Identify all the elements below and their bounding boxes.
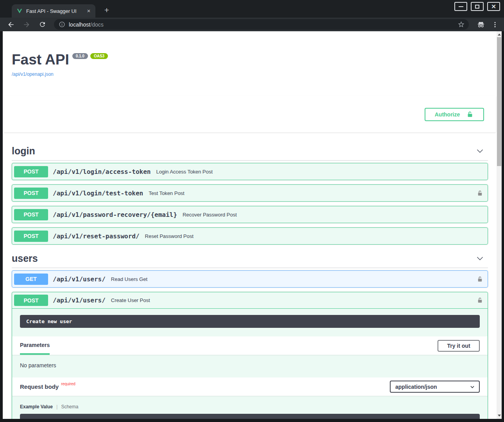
example-tabs: Example Value | Schema bbox=[20, 404, 480, 409]
endpoint-read-users: GET /api/v1/users/ Read Users Get bbox=[12, 270, 488, 288]
endpoint-summary-row[interactable]: POST /api/v1/reset-password/ Reset Passw… bbox=[12, 228, 488, 244]
unlocked-padlock-icon bbox=[476, 297, 484, 304]
authorize-button[interactable]: Authorize bbox=[425, 108, 484, 121]
parameters-tab[interactable]: Parameters bbox=[20, 336, 50, 355]
operation-body: Create new user Parameters Try it out No… bbox=[12, 315, 488, 419]
section-header-login[interactable]: login bbox=[12, 142, 488, 161]
unlocked-padlock-icon bbox=[466, 111, 474, 118]
page-title: Fast API bbox=[12, 52, 69, 68]
endpoint-reset-password: POST /api/v1/reset-password/ Reset Passw… bbox=[12, 227, 488, 245]
unlocked-padlock-icon bbox=[476, 190, 484, 197]
chevron-down-icon[interactable] bbox=[476, 147, 484, 155]
auth-lock-button[interactable] bbox=[476, 297, 484, 304]
url-text: localhost/docs bbox=[69, 21, 454, 28]
scroll-down-arrow[interactable] bbox=[497, 413, 502, 418]
minimize-icon bbox=[459, 6, 463, 7]
maximize-icon bbox=[475, 5, 479, 9]
oas3-badge: OAS3 bbox=[90, 53, 108, 59]
endpoint-summary-row[interactable]: POST /api/v1/users/ Create User Post bbox=[12, 292, 488, 309]
auth-lock-button[interactable] bbox=[476, 275, 484, 283]
try-it-out-button[interactable]: Try it out bbox=[438, 340, 480, 352]
page-viewport: Fast API0.1.0OAS3 /api/v1/openapi.json A… bbox=[3, 31, 502, 419]
back-arrow-icon bbox=[7, 21, 15, 29]
endpoint-summary-row[interactable]: POST /api/v1/login/access-token Login Ac… bbox=[12, 163, 488, 180]
endpoint-summary-row[interactable]: GET /api/v1/users/ Read Users Get bbox=[12, 271, 488, 287]
required-flag: required bbox=[61, 382, 75, 386]
page-scrollbar[interactable] bbox=[497, 31, 502, 419]
request-body-header: Request body required application/json bbox=[12, 377, 488, 396]
endpoint-summary-row[interactable]: POST /api/v1/password-recovery/{email} R… bbox=[12, 206, 488, 223]
maximize-button[interactable] bbox=[471, 2, 484, 11]
endpoint-description: Recover Password Post bbox=[183, 212, 237, 218]
section-title: login bbox=[12, 145, 35, 157]
select-chevron-icon bbox=[470, 384, 475, 390]
schema-tab[interactable]: Schema bbox=[61, 404, 78, 409]
request-body-label-group: Request body required bbox=[20, 383, 75, 390]
new-tab-button[interactable]: + bbox=[102, 5, 112, 15]
back-button[interactable] bbox=[6, 20, 16, 29]
url-path: /docs bbox=[90, 21, 103, 28]
endpoint-description: Test Token Post bbox=[149, 190, 185, 196]
section-login: login POST /api/v1/login/access-token Lo… bbox=[12, 142, 488, 245]
scroll-up-arrow[interactable] bbox=[497, 32, 502, 37]
close-button[interactable]: ✕ bbox=[487, 2, 500, 11]
endpoint-path: /api/v1/reset-password/ bbox=[53, 232, 140, 240]
section-title: users bbox=[12, 253, 38, 264]
example-code-block: { bbox=[20, 414, 480, 419]
swagger-page: Fast API0.1.0OAS3 /api/v1/openapi.json A… bbox=[3, 31, 497, 419]
endpoint-path: /api/v1/login/test-token bbox=[53, 190, 143, 197]
method-badge: POST bbox=[14, 209, 48, 220]
chevron-down-icon[interactable] bbox=[476, 254, 484, 263]
tab-title: Fast API - Swagger UI bbox=[26, 8, 82, 14]
endpoint-path: /api/v1/login/access-token bbox=[53, 168, 151, 175]
endpoint-summary-row[interactable]: POST /api/v1/login/test-token Test Token… bbox=[12, 185, 488, 201]
window-controls: ✕ bbox=[454, 2, 500, 11]
authorize-label: Authorize bbox=[435, 111, 460, 118]
menu-dots-icon[interactable] bbox=[491, 21, 499, 28]
minimize-button[interactable] bbox=[454, 2, 467, 11]
forward-button[interactable] bbox=[22, 20, 31, 29]
example-area: Example Value | Schema { bbox=[12, 396, 488, 419]
endpoint-description: Reset Password Post bbox=[145, 233, 194, 239]
method-badge: POST bbox=[14, 231, 48, 242]
parameters-header: Parameters Try it out bbox=[12, 336, 488, 355]
tab-strip: Fast API - Swagger UI × + ✕ bbox=[0, 0, 504, 18]
tab-close-icon[interactable]: × bbox=[85, 7, 92, 14]
method-badge: POST bbox=[14, 295, 48, 306]
endpoint-password-recovery: POST /api/v1/password-recovery/{email} R… bbox=[12, 206, 488, 223]
endpoint-description: Create User Post bbox=[111, 297, 150, 303]
site-favicon-icon bbox=[16, 8, 23, 14]
reload-icon bbox=[39, 21, 46, 28]
toolbar-right bbox=[477, 20, 499, 29]
endpoint-create-user: POST /api/v1/users/ Create User Post Cre… bbox=[12, 292, 488, 419]
example-value-tab[interactable]: Example Value bbox=[20, 404, 53, 409]
url-host: localhost bbox=[69, 21, 90, 28]
reload-button[interactable] bbox=[38, 20, 47, 29]
section-header-users[interactable]: users bbox=[12, 249, 488, 268]
auth-scheme-container: Authorize bbox=[4, 96, 496, 132]
endpoint-login-test-token: POST /api/v1/login/test-token Test Token… bbox=[12, 184, 488, 202]
close-icon: ✕ bbox=[491, 4, 496, 9]
content-type-value: application/json bbox=[395, 384, 437, 390]
method-badge: GET bbox=[14, 274, 48, 285]
scrollbar-thumb[interactable] bbox=[497, 37, 501, 166]
endpoint-login-access-token: POST /api/v1/login/access-token Login Ac… bbox=[12, 163, 488, 180]
endpoint-description: Login Access Token Post bbox=[156, 169, 212, 175]
url-bar[interactable]: localhost/docs bbox=[54, 19, 469, 30]
browser-window: Fast API - Swagger UI × + ✕ localhost/do… bbox=[0, 0, 504, 422]
tab-divider: | bbox=[56, 404, 57, 409]
request-body-label: Request body bbox=[20, 383, 59, 390]
method-badge: POST bbox=[14, 188, 48, 199]
section-users: users GET /api/v1/users/ Read Users Get bbox=[12, 249, 488, 419]
browser-tab[interactable]: Fast API - Swagger UI × bbox=[12, 4, 95, 18]
method-badge: POST bbox=[14, 166, 48, 177]
no-parameters-text: No parameters bbox=[12, 355, 488, 377]
endpoint-path: /api/v1/password-recovery/{email} bbox=[53, 211, 177, 218]
page-info-icon[interactable] bbox=[59, 21, 65, 28]
incognito-icon bbox=[477, 20, 485, 29]
content-type-select[interactable]: application/json bbox=[390, 381, 480, 393]
openapi-spec-link[interactable]: /api/v1/openapi.json bbox=[12, 72, 488, 77]
bookmark-star-icon[interactable] bbox=[457, 21, 465, 28]
auth-lock-button[interactable] bbox=[476, 190, 484, 197]
unlocked-padlock-icon bbox=[476, 275, 484, 283]
